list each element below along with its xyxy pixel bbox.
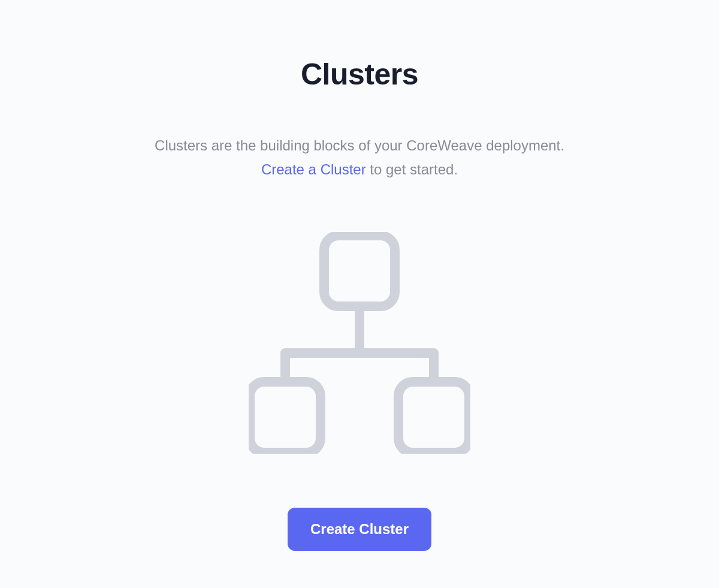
create-cluster-link[interactable]: Create a Cluster [261,161,366,177]
page-title: Clusters [301,57,418,92]
page-description: Clusters are the building blocks of your… [155,134,564,181]
description-text-before: Clusters are the building blocks of your… [155,137,564,153]
description-text-after: to get started. [366,161,458,177]
svg-rect-0 [324,236,395,306]
svg-rect-5 [250,382,321,453]
svg-rect-6 [398,382,469,453]
cluster-tree-icon [249,232,470,454]
create-cluster-button[interactable]: Create Cluster [288,508,431,551]
